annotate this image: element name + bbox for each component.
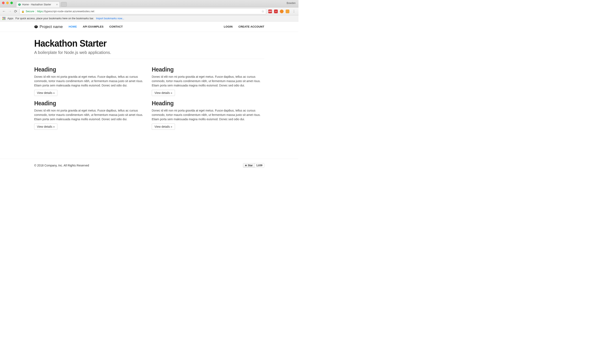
back-button[interactable]: ← (2, 9, 6, 14)
feature-card: Heading Donec id elit non mi porta gravi… (34, 66, 147, 96)
hero-subtitle: A boilerplate for Node.js web applicatio… (34, 50, 264, 55)
card-body: Donec id elit non mi porta gravida at eg… (34, 108, 146, 121)
bookmark-star-icon[interactable]: ☆ (261, 9, 264, 13)
footer: © 2018 Company, Inc. All Rights Reserved… (34, 163, 264, 168)
github-star-count[interactable]: 1,639 (255, 163, 264, 167)
card-body: Donec id elit non mi porta gravida at eg… (34, 75, 146, 88)
bookmarks-bar: Apps For quick access, place your bookma… (0, 15, 298, 22)
star-icon: ★ (245, 164, 247, 167)
window-controls (2, 2, 13, 4)
extension-orange-icon[interactable] (280, 9, 283, 13)
view-details-button[interactable]: View details » (152, 90, 175, 96)
extension-lastpass-icon[interactable]: ••• (274, 9, 278, 13)
site-navbar: Project name HOME API EXAMPLES CONTACT L… (0, 22, 298, 32)
omnibox-separator (35, 10, 36, 13)
browser-tab-active[interactable]: Home - Hackathon Starter × (16, 1, 60, 7)
bookmark-hint-text: For quick access, place your bookmarks h… (16, 17, 94, 20)
chrome-profile-label[interactable]: Bowden (287, 2, 296, 5)
github-star-button[interactable]: ★ Star (243, 163, 255, 167)
apps-label[interactable]: Apps (8, 17, 14, 20)
nav-link-create-account[interactable]: CREATE ACCOUNT (238, 25, 264, 28)
import-bookmarks-link[interactable]: Import bookmarks now... (96, 17, 124, 20)
reload-button[interactable]: ⟳ (14, 9, 17, 14)
brand[interactable]: Project name (34, 24, 63, 29)
chrome-menu-button[interactable]: ⋮ (291, 9, 296, 13)
nav-link-login[interactable]: LOGIN (224, 25, 233, 28)
brand-text: Project name (39, 24, 63, 29)
browser-toolbar: ← → ⟳ 🔒 Secure https://typescript-node-s… (0, 8, 298, 15)
apps-icon[interactable] (2, 17, 5, 20)
hero-title: Hackathon Starter (34, 38, 246, 49)
nav-link-contact[interactable]: CONTACT (110, 25, 123, 28)
url-display: https://typescript-node-starter.azureweb… (37, 10, 94, 13)
url-scheme: https (37, 10, 43, 13)
window-close-button[interactable] (2, 2, 5, 4)
window-zoom-button[interactable] (10, 2, 13, 4)
secure-label: Secure (26, 10, 34, 13)
forward-button[interactable]: → (8, 9, 12, 14)
tab-close-button[interactable]: × (56, 3, 58, 6)
nav-link-api-examples[interactable]: API EXAMPLES (83, 25, 103, 28)
favicon-cube-icon (18, 3, 21, 6)
new-tab-button[interactable] (61, 2, 67, 7)
feature-card: Heading Donec id elit non mi porta gravi… (152, 66, 264, 96)
lock-icon: 🔒 (21, 10, 24, 13)
nav-link-home[interactable]: HOME (69, 25, 77, 28)
view-details-button[interactable]: View details » (34, 124, 57, 130)
view-details-button[interactable]: View details » (152, 124, 175, 130)
feature-card: Heading Donec id elit non mi porta gravi… (34, 100, 147, 130)
hero: Hackathon Starter A boilerplate for Node… (34, 32, 264, 59)
feature-grid: Heading Donec id elit non mi porta gravi… (34, 66, 264, 130)
star-label: Star (248, 164, 253, 167)
copyright-text: © 2018 Company, Inc. All Rights Reserved (34, 164, 89, 167)
card-heading: Heading (152, 66, 255, 73)
card-heading: Heading (34, 66, 138, 73)
card-heading: Heading (152, 100, 255, 107)
browser-tab-strip: Home - Hackathon Starter × Bowden (0, 0, 298, 8)
card-heading: Heading (34, 100, 138, 107)
brand-cube-icon (34, 25, 38, 29)
view-details-button[interactable]: View details » (34, 90, 57, 96)
feature-card: Heading Donec id elit non mi porta gravi… (152, 100, 264, 130)
github-star-widget[interactable]: ★ Star 1,639 (243, 163, 264, 168)
card-body: Donec id elit non mi porta gravida at eg… (152, 75, 264, 88)
window-minimize-button[interactable] (6, 2, 9, 4)
tab-title: Home - Hackathon Starter (22, 3, 55, 6)
card-body: Donec id elit non mi porta gravida at eg… (152, 108, 264, 121)
extension-analytics-icon[interactable] (286, 9, 289, 13)
url-rest: ://typescript-node-starter.azurewebsites… (43, 10, 94, 13)
extension-abp-icon[interactable]: ABP (268, 9, 272, 13)
omnibox[interactable]: 🔒 Secure https://typescript-node-starter… (19, 8, 266, 14)
